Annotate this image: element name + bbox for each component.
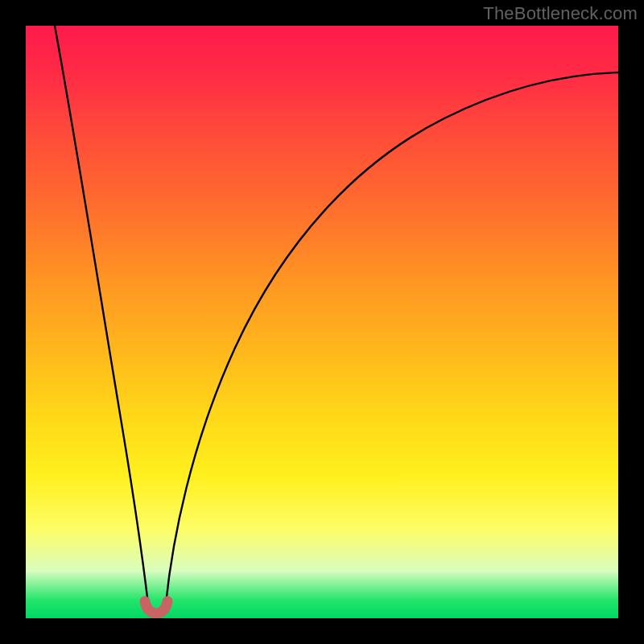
gradient-background [26, 26, 618, 618]
plot-area [26, 26, 618, 618]
watermark-text: TheBottleneck.com [483, 3, 638, 24]
chart-frame: TheBottleneck.com [0, 0, 644, 644]
